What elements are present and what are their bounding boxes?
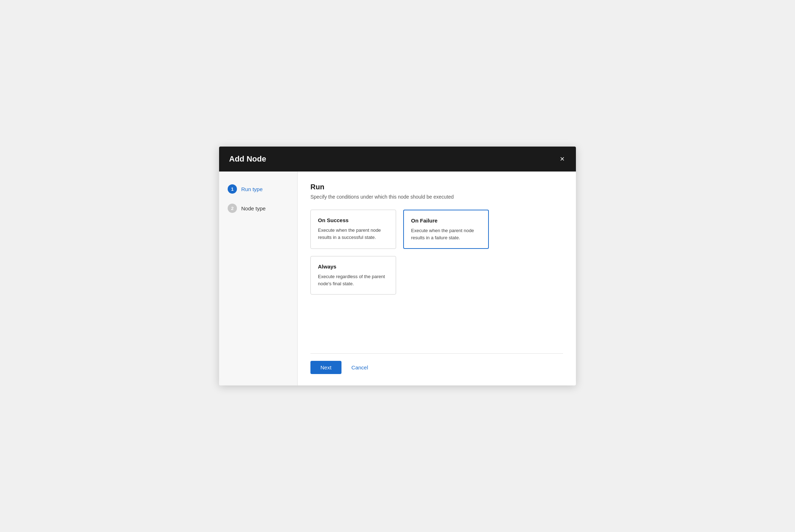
sidebar-item-run-type[interactable]: 1 Run type: [226, 181, 290, 196]
option-card-on-success[interactable]: On Success Execute when the parent node …: [310, 210, 396, 249]
step-1-badge: 1: [228, 184, 237, 194]
on-success-desc: Execute when the parent node results in …: [318, 227, 389, 241]
sidebar-item-node-type[interactable]: 2 Node type: [226, 201, 290, 216]
option-card-always[interactable]: Always Execute regardless of the parent …: [310, 256, 396, 295]
next-button[interactable]: Next: [310, 361, 341, 374]
close-button[interactable]: ×: [558, 154, 566, 164]
add-node-modal: Add Node × 1 Run type 2 Node type Run Sp…: [219, 147, 576, 385]
on-failure-desc: Execute when the parent node results in …: [411, 227, 481, 241]
step-2-badge: 2: [228, 204, 237, 213]
option-card-on-failure[interactable]: On Failure Execute when the parent node …: [403, 210, 489, 249]
modal-title: Add Node: [229, 154, 266, 164]
modal-footer: Next Cancel: [310, 353, 563, 374]
step-1-label: Run type: [241, 186, 263, 192]
sidebar: 1 Run type 2 Node type: [219, 172, 298, 385]
modal-header: Add Node ×: [219, 147, 576, 172]
section-title: Run: [310, 183, 563, 191]
always-title: Always: [318, 264, 389, 270]
main-content: Run Specify the conditions under which t…: [298, 172, 576, 385]
options-row: On Success Execute when the parent node …: [310, 210, 563, 295]
step-2-label: Node type: [241, 205, 265, 211]
always-desc: Execute regardless of the parent node's …: [318, 273, 389, 287]
cancel-button[interactable]: Cancel: [349, 361, 371, 374]
section-subtitle: Specify the conditions under which this …: [310, 194, 563, 200]
on-success-title: On Success: [318, 217, 389, 223]
on-failure-title: On Failure: [411, 218, 481, 224]
modal-body: 1 Run type 2 Node type Run Specify the c…: [219, 172, 576, 385]
